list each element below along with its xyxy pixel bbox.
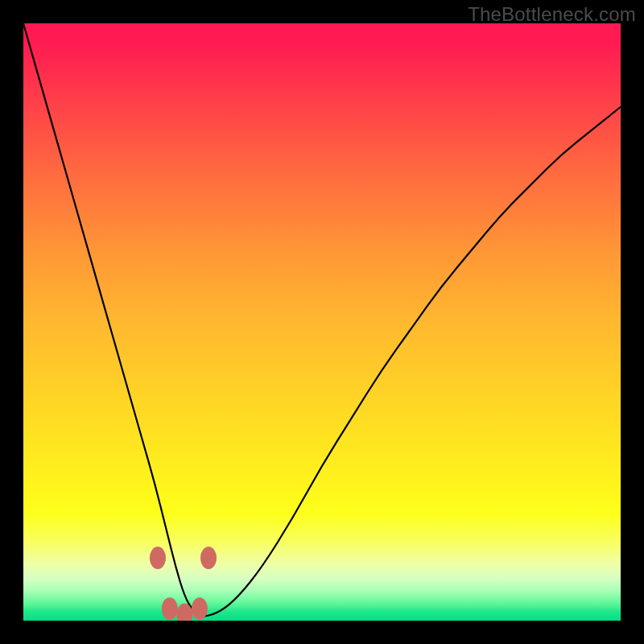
chart-frame: TheBottleneck.com — [0, 0, 644, 644]
plot-area — [23, 23, 621, 621]
curve-marker — [150, 547, 166, 569]
curve-marker — [192, 597, 208, 620]
curve-markers — [150, 547, 217, 621]
curve-marker — [200, 547, 217, 569]
curve-marker — [162, 597, 178, 620]
watermark-text: TheBottleneck.com — [468, 3, 636, 26]
curve-layer — [23, 23, 621, 621]
bottleneck-curve — [23, 23, 621, 616]
